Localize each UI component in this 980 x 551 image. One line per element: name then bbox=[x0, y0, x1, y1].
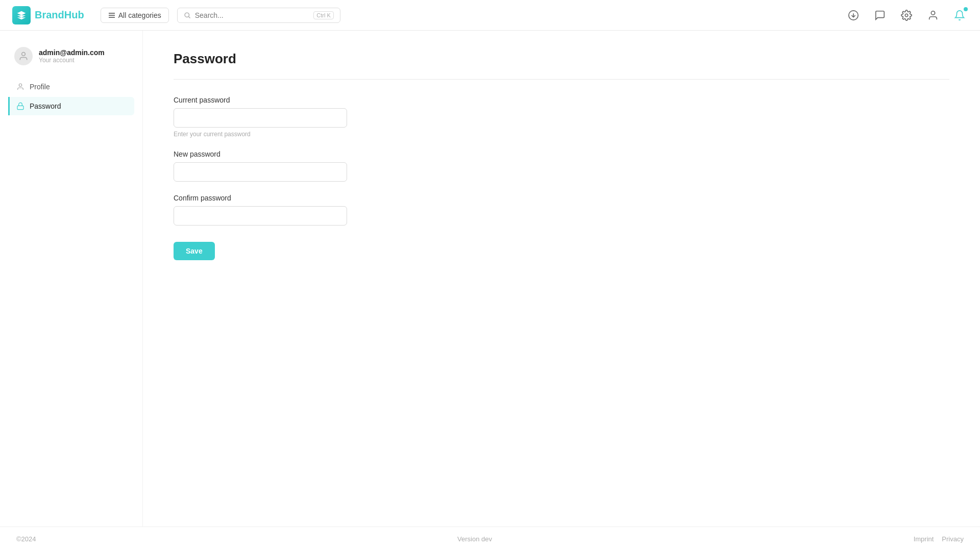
bell-icon bbox=[954, 10, 965, 21]
footer-copyright: ©2024 bbox=[16, 535, 36, 543]
svg-rect-11 bbox=[17, 106, 23, 109]
search-shortcut: Ctrl K bbox=[313, 11, 334, 19]
privacy-link[interactable]: Privacy bbox=[942, 535, 964, 543]
logo-icon bbox=[12, 6, 31, 24]
current-password-hint: Enter your current password bbox=[174, 131, 347, 138]
confirm-password-input[interactable] bbox=[174, 206, 347, 226]
svg-line-4 bbox=[188, 16, 190, 18]
download-icon bbox=[848, 10, 859, 21]
footer: ©2024 Version dev Imprint Privacy bbox=[0, 527, 980, 551]
sidebar: admin@admin.com Your account Profile Pas… bbox=[0, 31, 143, 527]
svg-point-10 bbox=[19, 84, 21, 86]
page-title: Password bbox=[174, 51, 949, 67]
current-password-label: Current password bbox=[174, 96, 347, 104]
confirm-password-label: Confirm password bbox=[174, 194, 347, 202]
logo-text: BrandHub bbox=[35, 9, 84, 21]
lock-icon bbox=[16, 102, 24, 110]
account-email: admin@admin.com bbox=[39, 48, 105, 57]
header: BrandHub All categories Ctrl K bbox=[0, 0, 980, 31]
content-area: Password Current password Enter your cur… bbox=[143, 31, 980, 527]
svg-point-7 bbox=[905, 14, 908, 17]
logo[interactable]: BrandHub bbox=[12, 6, 84, 24]
sidebar-item-profile[interactable]: Profile bbox=[8, 78, 134, 96]
avatar bbox=[14, 47, 33, 65]
footer-version: Version dev bbox=[457, 535, 492, 543]
gear-icon bbox=[901, 10, 912, 21]
current-password-group: Current password Enter your current pass… bbox=[174, 96, 347, 138]
header-icons bbox=[845, 7, 968, 23]
save-button[interactable]: Save bbox=[174, 242, 215, 260]
search-bar: Ctrl K bbox=[177, 8, 340, 23]
search-input[interactable] bbox=[195, 11, 310, 19]
new-password-group: New password bbox=[174, 150, 347, 182]
password-form: Current password Enter your current pass… bbox=[174, 96, 949, 260]
current-password-input[interactable] bbox=[174, 108, 347, 128]
message-icon bbox=[874, 10, 886, 21]
download-button[interactable] bbox=[845, 7, 862, 23]
new-password-input[interactable] bbox=[174, 162, 347, 182]
svg-point-8 bbox=[931, 11, 935, 14]
notification-badge bbox=[964, 7, 968, 11]
account-section: admin@admin.com Your account bbox=[8, 43, 134, 69]
divider bbox=[174, 79, 949, 80]
all-categories-button[interactable]: All categories bbox=[101, 8, 169, 23]
new-password-label: New password bbox=[174, 150, 347, 158]
svg-point-9 bbox=[22, 53, 26, 56]
messages-button[interactable] bbox=[872, 7, 888, 23]
user-icon bbox=[927, 10, 939, 21]
user-button[interactable] bbox=[925, 7, 941, 23]
settings-button[interactable] bbox=[898, 7, 915, 23]
imprint-link[interactable]: Imprint bbox=[914, 535, 934, 543]
account-info: admin@admin.com Your account bbox=[39, 48, 105, 64]
account-subtitle: Your account bbox=[39, 57, 105, 64]
notification-button[interactable] bbox=[951, 7, 968, 23]
svg-point-3 bbox=[185, 13, 189, 17]
footer-links: Imprint Privacy bbox=[914, 535, 964, 543]
person-icon bbox=[16, 83, 24, 91]
sidebar-item-password[interactable]: Password bbox=[8, 97, 134, 115]
confirm-password-group: Confirm password bbox=[174, 194, 347, 226]
sidebar-navigation: Profile Password bbox=[8, 78, 134, 115]
main-layout: admin@admin.com Your account Profile Pas… bbox=[0, 31, 980, 527]
search-icon bbox=[184, 12, 191, 19]
